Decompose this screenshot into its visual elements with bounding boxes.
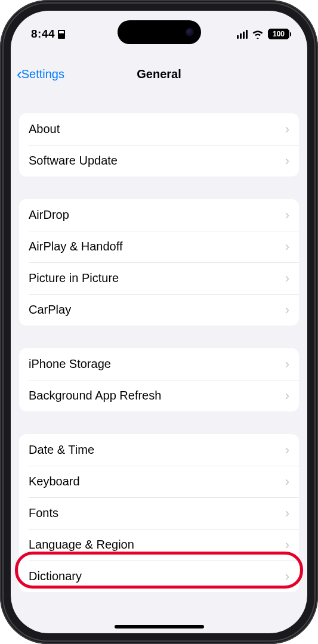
settings-group-3: iPhone Storage › Background App Refresh … bbox=[19, 348, 299, 411]
row-label: Background App Refresh bbox=[29, 389, 285, 402]
chevron-right-icon: › bbox=[285, 302, 289, 318]
status-time: 8:44 bbox=[31, 27, 55, 41]
row-language-region[interactable]: Language & Region › bbox=[19, 529, 299, 561]
row-label: Dictionary bbox=[29, 569, 285, 583]
row-label: CarPlay bbox=[29, 303, 285, 317]
chevron-right-icon: › bbox=[285, 388, 289, 404]
row-label: AirPlay & Handoff bbox=[29, 240, 285, 253]
chevron-right-icon: › bbox=[285, 569, 289, 584]
row-label: Keyboard bbox=[29, 475, 285, 488]
row-fonts[interactable]: Fonts › bbox=[19, 497, 299, 529]
chevron-right-icon: › bbox=[285, 239, 289, 255]
row-airdrop[interactable]: AirDrop › bbox=[19, 199, 299, 231]
settings-group-4: Date & Time › Keyboard › Fonts › Languag… bbox=[19, 434, 299, 592]
chevron-right-icon: › bbox=[285, 537, 289, 553]
row-iphone-storage[interactable]: iPhone Storage › bbox=[19, 348, 299, 380]
battery-level: 100 bbox=[273, 30, 285, 38]
chevron-right-icon: › bbox=[285, 442, 289, 458]
settings-group-2: AirDrop › AirPlay & Handoff › Picture in… bbox=[19, 199, 299, 326]
row-label: Picture in Picture bbox=[29, 271, 285, 285]
row-carplay[interactable]: CarPlay › bbox=[19, 294, 299, 326]
row-dictionary[interactable]: Dictionary › bbox=[19, 561, 299, 592]
chevron-right-icon: › bbox=[285, 506, 289, 521]
chevron-right-icon: › bbox=[285, 271, 289, 286]
chevron-right-icon: › bbox=[285, 357, 289, 372]
nav-bar: ‹ Settings General bbox=[11, 57, 307, 91]
row-date-time[interactable]: Date & Time › bbox=[19, 434, 299, 466]
battery-icon: 100 bbox=[268, 29, 289, 39]
row-about[interactable]: About › bbox=[19, 113, 299, 145]
back-button[interactable]: ‹ Settings bbox=[17, 65, 64, 83]
row-label: Fonts bbox=[29, 506, 285, 520]
row-picture-in-picture[interactable]: Picture in Picture › bbox=[19, 262, 299, 294]
settings-group-1: About › Software Update › bbox=[19, 113, 299, 177]
back-label: Settings bbox=[21, 67, 64, 81]
settings-content: About › Software Update › AirDrop › AirP… bbox=[11, 100, 307, 633]
row-keyboard[interactable]: Keyboard › bbox=[19, 466, 299, 497]
cellular-icon bbox=[237, 30, 248, 39]
row-label: Software Update bbox=[29, 154, 285, 168]
row-label: Date & Time bbox=[29, 443, 285, 457]
row-label: iPhone Storage bbox=[29, 357, 285, 371]
status-right: 100 bbox=[237, 29, 290, 39]
sim-icon bbox=[58, 30, 65, 39]
chevron-right-icon: › bbox=[285, 153, 289, 169]
wifi-icon bbox=[252, 30, 264, 39]
row-software-update[interactable]: Software Update › bbox=[19, 145, 299, 177]
row-label: About bbox=[29, 122, 285, 136]
row-label: AirDrop bbox=[29, 208, 285, 222]
chevron-right-icon: › bbox=[285, 208, 289, 223]
screen: 8:44 100 ‹ Settings bbox=[11, 11, 307, 633]
home-indicator[interactable] bbox=[115, 625, 204, 628]
chevron-right-icon: › bbox=[285, 474, 289, 490]
iphone-frame: 8:44 100 ‹ Settings bbox=[0, 0, 318, 644]
dynamic-island bbox=[118, 20, 201, 44]
row-airplay-handoff[interactable]: AirPlay & Handoff › bbox=[19, 231, 299, 262]
chevron-right-icon: › bbox=[285, 122, 289, 137]
row-background-app-refresh[interactable]: Background App Refresh › bbox=[19, 380, 299, 411]
row-label: Language & Region bbox=[29, 538, 285, 552]
status-left: 8:44 bbox=[31, 27, 65, 41]
